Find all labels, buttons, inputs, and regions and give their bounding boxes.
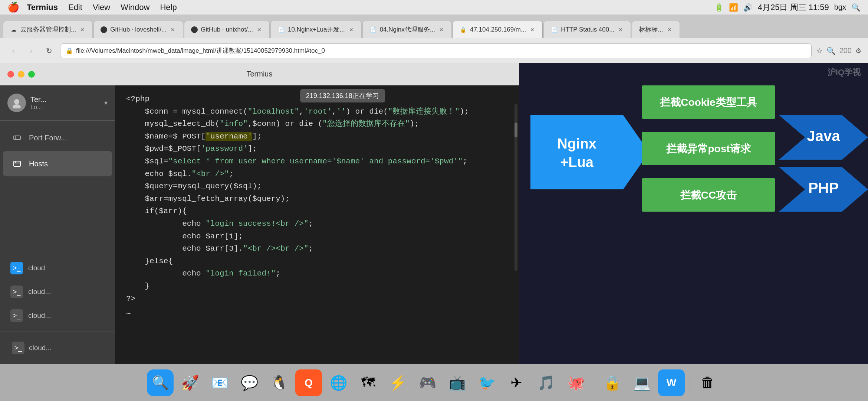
menubar-edit[interactable]: Edit — [68, 3, 82, 12]
code-editor[interactable]: <?php $conn = mysql_connect("localhost",… — [115, 85, 519, 364]
code-line-11: echo $arr[1]; — [126, 230, 508, 243]
scrollbar-track — [514, 104, 517, 271]
dock-launchpad[interactable]: 🚀 — [177, 369, 203, 396]
tab-close-3[interactable]: ✕ — [348, 26, 355, 33]
dock-music[interactable]: 🎵 — [533, 369, 559, 396]
connection-label-1: cloud — [28, 264, 45, 272]
dock-security[interactable]: 🔒 — [599, 369, 625, 396]
address-bar[interactable]: 🔒 file:///Volumes/Macintosh/mweb_data/im… — [60, 43, 812, 58]
tab-6[interactable]: 📄 HTTP Status 400... ✕ — [543, 21, 631, 38]
tab-label-1: GitHub · loveshell/... — [110, 26, 167, 33]
code-line-17: ~ — [126, 308, 508, 320]
svg-point-0 — [14, 99, 19, 104]
minimize-window-button[interactable] — [18, 71, 24, 78]
nav-icon-2[interactable]: 200 — [839, 46, 852, 55]
connection-cloud-2[interactable]: >_ cloud... — [3, 280, 112, 303]
close-window-button[interactable] — [7, 71, 14, 78]
svg-text:PHP: PHP — [808, 180, 839, 196]
dock-video[interactable]: 📺 — [444, 369, 470, 396]
tab-close-5[interactable]: ✕ — [529, 26, 536, 33]
dock-finder[interactable]: 🔍 — [147, 369, 174, 396]
nav-icon-1[interactable]: 🔍 — [826, 46, 836, 55]
forward-button[interactable]: › — [24, 44, 38, 58]
watermark: 沪IQ学视 — [828, 67, 861, 78]
tab-3[interactable]: 📄 10.Nginx+Lua开发... ✕ — [270, 21, 362, 38]
avatar — [7, 94, 26, 112]
diagram-svg: Nginx +Lua 拦截Cookie类型工具 拦截异常post请求 拦截CC攻… — [519, 63, 868, 241]
tab-label-4: 04.Nginx代理服务... — [380, 25, 435, 34]
dock-app5[interactable]: 🐙 — [562, 369, 589, 396]
dock-mail[interactable]: 📧 — [206, 369, 233, 396]
dock-trash[interactable]: 🗑 — [694, 369, 721, 396]
svg-text:Java: Java — [807, 128, 841, 144]
svg-point-1 — [13, 104, 21, 108]
sidebar-item-hosts[interactable]: Hosts — [3, 151, 112, 176]
apple-menu-icon[interactable]: 🍎 — [7, 1, 19, 13]
code-line-13: }else{ — [126, 255, 508, 268]
connection-cloud-3[interactable]: >_ cloud... — [3, 304, 112, 327]
sidebar-connections: >_ cloud >_ cloud... >_ cloud... — [0, 252, 115, 332]
dock-app3[interactable]: ⚡ — [384, 369, 411, 396]
dock-messages[interactable]: 💬 — [236, 369, 263, 396]
dock-maps[interactable]: 🗺 — [355, 369, 381, 396]
reload-button[interactable]: ↻ — [42, 44, 56, 58]
menubar-help[interactable]: Help — [160, 3, 177, 12]
tab-0[interactable]: ☁ 云服务器管理控制... ✕ — [3, 21, 93, 38]
dock-word[interactable]: W — [658, 369, 685, 396]
connection-icon-2: >_ — [10, 286, 23, 298]
browser-chrome: ☁ 云服务器管理控制... ✕ GitHub · loveshell/... ✕… — [0, 15, 868, 63]
tooltip-bubble: 219.132.136.18正在学习 — [300, 89, 385, 102]
tab-close-2[interactable]: ✕ — [256, 26, 263, 33]
tab-close-0[interactable]: ✕ — [79, 26, 86, 33]
svg-rect-4 — [14, 161, 20, 166]
tooltip-text: 219.132.136.18正在学习 — [306, 92, 379, 100]
tab-4[interactable]: 📄 04.Nginx代理服务... ✕ — [362, 21, 452, 38]
code-line-9: if($arr){ — [126, 205, 508, 218]
connection-cloud-1[interactable]: >_ cloud — [3, 257, 112, 280]
code-line-1: $conn = mysql_connect("localhost",'root'… — [126, 105, 508, 118]
tab-7[interactable]: 标标标... ✕ — [632, 21, 680, 38]
maximize-window-button[interactable] — [28, 71, 35, 78]
connection-label-3: cloud... — [28, 312, 51, 320]
dock-app4[interactable]: ✈ — [503, 369, 530, 396]
tab-5[interactable]: 🔒 47.104.250.169/m... ✕ — [453, 21, 543, 38]
dock-separator — [594, 372, 594, 394]
terminal-area: 219.132.136.18正在学习 <?php $conn = mysql_c… — [115, 85, 519, 364]
search-icon[interactable]: 🔍 — [851, 3, 861, 12]
dock-app1[interactable]: 🐧 — [266, 369, 292, 396]
bookmark-icon[interactable]: ☆ — [816, 46, 823, 55]
main-area: Termius Ter... Lo... ▾ — [0, 63, 868, 364]
tab-1[interactable]: GitHub · loveshell/... ✕ — [93, 21, 183, 38]
wifi-icon: 📶 — [729, 3, 738, 12]
volume-icon: 🔊 — [743, 3, 753, 12]
tab-close-4[interactable]: ✕ — [438, 26, 445, 33]
menubar-app-name[interactable]: Termius — [27, 3, 58, 12]
tab-close-7[interactable]: ✕ — [666, 26, 673, 33]
address-url: file:///Volumes/Macintosh/mweb_data/imag… — [76, 46, 806, 55]
dock-chrome[interactable]: 🌐 — [325, 369, 352, 396]
back-button[interactable]: ‹ — [7, 44, 20, 58]
sidebar-profile[interactable]: Ter... Lo... ▾ — [0, 85, 115, 121]
dock-terminal[interactable]: 💻 — [628, 369, 655, 396]
dock-game[interactable]: 🎮 — [414, 369, 441, 396]
tab-close-1[interactable]: ✕ — [170, 26, 176, 33]
nav-icons-right: ☆ 🔍 200 ⚙ — [816, 46, 861, 55]
sidebar-item-portforward[interactable]: Port Forw... — [3, 125, 112, 150]
tab-2[interactable]: GitHub · unixhot/... ✕ — [184, 21, 270, 38]
menubar-items: Termius Edit View Window Help — [27, 3, 177, 12]
svg-text:Nginx: Nginx — [557, 136, 596, 151]
tab-label-6: HTTP Status 400... — [561, 26, 614, 33]
menubar-view[interactable]: View — [93, 3, 110, 12]
tab-bar: ☁ 云服务器管理控制... ✕ GitHub · loveshell/... ✕… — [0, 15, 868, 38]
bottom-connection[interactable]: >_ cloud... — [7, 337, 108, 359]
svg-text:拦截异常post请求: 拦截异常post请求 — [666, 143, 751, 154]
tab-favicon-4: 📄 — [369, 26, 377, 33]
code-line-3: $name=$_POST['username']; — [126, 130, 508, 143]
dock-bird[interactable]: 🐦 — [473, 369, 500, 396]
tab-label-7: 标标标... — [639, 25, 663, 34]
menubar-window[interactable]: Window — [121, 3, 149, 12]
scrollbar-thumb[interactable] — [514, 123, 517, 137]
nav-icon-3[interactable]: ⚙ — [855, 47, 861, 55]
dock-app2[interactable]: Q — [295, 369, 322, 396]
tab-close-6[interactable]: ✕ — [617, 26, 624, 33]
